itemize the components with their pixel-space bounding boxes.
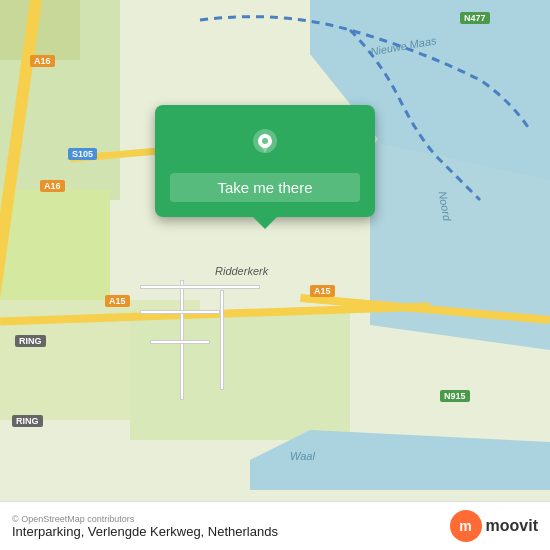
shield-n477: N477 xyxy=(460,12,490,24)
green-area-fields xyxy=(130,310,350,440)
moovit-m-icon: m xyxy=(450,510,482,542)
road-local-5 xyxy=(150,340,210,344)
moovit-text: moovit xyxy=(486,517,538,535)
location-pin-icon xyxy=(245,125,285,165)
map-container[interactable]: Nieuwe Maas Noord Waal A16 A16 A15 A15 S… xyxy=(0,0,550,550)
road-local-2 xyxy=(220,290,224,390)
road-local-3 xyxy=(140,285,260,289)
shield-s105: S105 xyxy=(68,148,97,160)
moovit-logo: m moovit xyxy=(450,510,538,542)
take-me-there-button[interactable]: Take me there xyxy=(170,173,360,202)
attribution-text: © OpenStreetMap contributors xyxy=(12,514,278,524)
shield-a15-right: A15 xyxy=(310,285,335,297)
bottom-bar-left: © OpenStreetMap contributors Interparkin… xyxy=(12,514,278,539)
shield-n915: N915 xyxy=(440,390,470,402)
shield-ring-1: RING xyxy=(15,335,46,347)
water-label-waal: Waal xyxy=(290,450,315,462)
shield-ring-2: RING xyxy=(12,415,43,427)
location-popup: Take me there xyxy=(155,105,375,217)
bottom-bar: © OpenStreetMap contributors Interparkin… xyxy=(0,501,550,550)
city-label-ridderkerk: Ridderkerk xyxy=(215,265,268,277)
shield-a15-left: A15 xyxy=(105,295,130,307)
shield-a16-mid: A16 xyxy=(40,180,65,192)
road-local-4 xyxy=(140,310,220,314)
shield-a16-top: A16 xyxy=(30,55,55,67)
location-name: Interparking, Verlengde Kerkweg, Netherl… xyxy=(12,524,278,539)
